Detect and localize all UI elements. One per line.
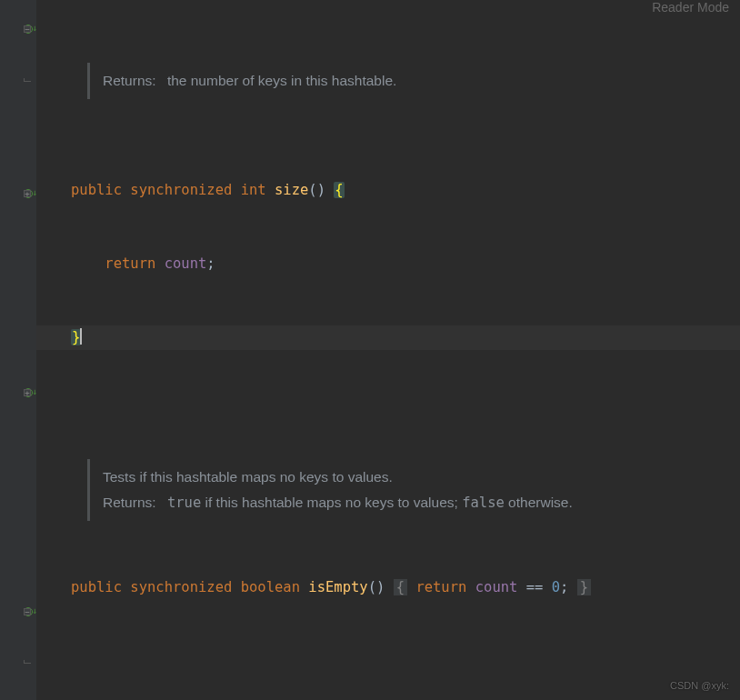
keyword: public [71,182,122,198]
code-line[interactable]: } [36,325,740,350]
parens: () [368,579,385,595]
javadoc-returns-label: Returns: [103,495,156,510]
text-caret [80,328,82,345]
keyword: synchronized [130,182,232,198]
keyword: public [71,579,122,595]
javadoc-block: Returns: the number of keys in this hash… [87,63,740,99]
brace: { [394,579,407,595]
field: count [475,579,518,595]
operator: == [517,579,551,595]
fold-region-end[interactable] [0,73,36,87]
keyword: synchronized [130,579,232,595]
javadoc-text: if this hashtable maps no keys to values… [201,495,462,510]
javadoc-code: false [462,495,505,511]
fold-region-start[interactable] [0,22,36,36]
number: 0 [552,579,560,595]
keyword: return [415,579,466,595]
javadoc-text: otherwise. [505,495,573,510]
javadoc-code: true [167,495,201,511]
field: count [165,255,207,272]
fold-collapsed[interactable] [0,186,36,201]
keyword: boolean [241,579,300,595]
javadoc-block: Tests if this hashtable maps no keys to … [87,459,740,521]
javadoc-returns-label: Returns: [103,73,156,88]
javadoc-summary: Tests if this hashtable maps no keys to … [103,465,740,490]
code-line[interactable]: public synchronized int size() { [36,178,740,203]
code-line[interactable]: return count; [36,252,740,276]
fold-region-end[interactable] [0,655,36,669]
method-name: size [275,182,308,198]
punct: ; [206,255,215,272]
keyword: return [105,255,155,272]
fold-region-start[interactable] [0,605,36,619]
fold-collapsed[interactable] [0,385,36,400]
code-editor[interactable]: Returns: the number of keys in this hash… [36,0,740,700]
punct: ; [560,579,568,595]
method-name: isEmpty [308,579,367,595]
parens: () [308,182,325,198]
javadoc-returns-text: the number of keys in this hashtable. [164,73,397,88]
brace: { [334,182,344,198]
brace: } [577,579,591,595]
keyword: int [241,182,266,198]
editor-gutter [0,0,36,700]
code-line[interactable]: public synchronized boolean isEmpty() { … [36,575,740,600]
